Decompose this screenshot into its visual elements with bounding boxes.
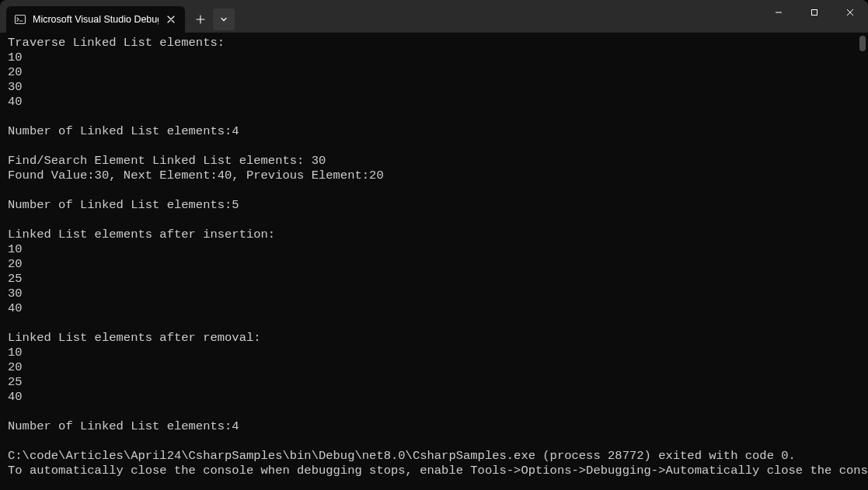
tab-active[interactable]: Microsoft Visual Studio Debug — [6, 6, 185, 33]
console-output[interactable]: Traverse Linked List elements: 10 20 30 … — [0, 33, 868, 490]
tab-dropdown-button[interactable] — [213, 9, 235, 30]
close-button[interactable] — [832, 0, 868, 25]
tab-title: Microsoft Visual Studio Debug — [33, 14, 159, 25]
tab-strip: Microsoft Visual Studio Debug — [0, 0, 235, 33]
titlebar: Microsoft Visual Studio Debug — [0, 0, 868, 33]
svg-rect-3 — [812, 10, 817, 16]
terminal-icon — [14, 13, 26, 26]
vertical-scrollbar[interactable] — [859, 33, 866, 490]
maximize-button[interactable] — [797, 0, 832, 25]
terminal-window: Microsoft Visual Studio Debug — [0, 0, 868, 490]
scrollbar-thumb[interactable] — [859, 36, 866, 51]
svg-rect-0 — [16, 16, 26, 24]
minimize-button[interactable] — [761, 0, 797, 25]
new-tab-button[interactable] — [190, 9, 211, 30]
window-controls — [761, 0, 868, 33]
tab-close-button[interactable] — [165, 13, 177, 26]
